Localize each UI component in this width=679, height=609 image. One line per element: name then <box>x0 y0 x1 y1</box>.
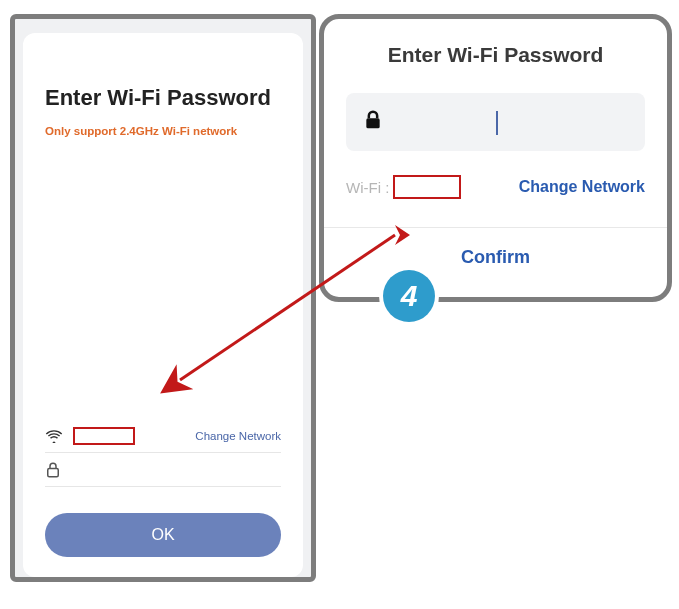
lock-icon <box>45 461 67 479</box>
wifi-icon <box>45 429 67 443</box>
wifi-network-row: Wi-Fi : Change Network <box>346 175 645 199</box>
text-caret <box>496 111 498 135</box>
page-title: Enter Wi-Fi Password <box>388 43 604 67</box>
confirm-button[interactable]: Confirm <box>461 247 530 268</box>
svg-rect-1 <box>366 118 379 128</box>
wifi-name-highlight-box <box>393 175 461 199</box>
lock-icon <box>364 110 382 134</box>
step-number-badge: 4 <box>383 270 435 322</box>
change-network-link[interactable]: Change Network <box>195 430 281 442</box>
wifi-label: Wi-Fi : <box>346 179 389 196</box>
wifi-name-value <box>67 427 195 445</box>
page-title: Enter Wi-Fi Password <box>45 85 281 111</box>
screen-enter-wifi-step1: Enter Wi-Fi Password Only support 2.4GHz… <box>10 14 316 582</box>
confirm-bar: Confirm <box>324 227 667 287</box>
support-warning-text: Only support 2.4GHz Wi-Fi network <box>45 125 281 137</box>
wifi-name-highlight-box <box>73 427 135 445</box>
change-network-link[interactable]: Change Network <box>519 178 645 196</box>
password-input[interactable] <box>346 93 645 151</box>
svg-rect-0 <box>48 468 59 476</box>
screen-enter-wifi-step2: Enter Wi-Fi Password Wi-Fi : Change Netw… <box>319 14 672 302</box>
password-row[interactable] <box>45 453 281 487</box>
wifi-network-row: Change Network <box>45 419 281 453</box>
dialog-card: Enter Wi-Fi Password Only support 2.4GHz… <box>23 33 303 577</box>
ok-button[interactable]: OK <box>45 513 281 557</box>
